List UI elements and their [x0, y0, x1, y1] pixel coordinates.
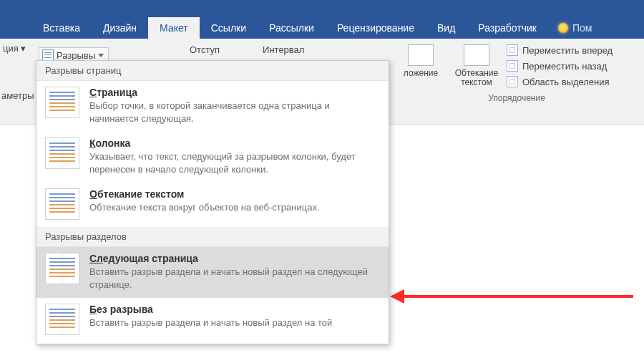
break-page-desc: Выбор точки, в которой заканчивается одн…	[89, 100, 380, 125]
break-column-item[interactable]: Колонка Указывает, что текст, следующий …	[36, 132, 389, 183]
tab-developer[interactable]: Разработчик	[467, 17, 548, 39]
breaks-label: Разрывы	[57, 50, 95, 61]
tab-layout[interactable]: Макет	[148, 17, 200, 39]
tab-mailings[interactable]: Рассылки	[258, 17, 326, 39]
break-continuous-desc: Вставить разрыв раздела и начать новый р…	[89, 316, 380, 329]
tell-me-label: Пом	[572, 22, 592, 34]
tab-design[interactable]: Дизайн	[92, 17, 148, 39]
break-textwrap-title: Обтекание текстом	[89, 188, 380, 200]
arrange-group-caption: Упорядочение	[395, 93, 638, 103]
send-backward-icon	[507, 60, 518, 72]
tab-review[interactable]: Рецензирование	[326, 17, 426, 39]
arrange-group: ложение Обтекание текстом Переместить вп…	[395, 42, 638, 103]
breaks-dropdown: Разрывы страниц Страница Выбор точки, в …	[36, 60, 389, 344]
wrap-text-button[interactable]: Обтекание текстом	[451, 42, 502, 87]
selection-pane-icon	[507, 76, 518, 87]
break-continuous-title: Без разрыва	[89, 304, 380, 315]
annotation-arrow-head	[390, 289, 404, 304]
position-button[interactable]: ложение	[395, 42, 447, 78]
break-next-page-title: Следующая страница	[89, 253, 380, 264]
wrap-text-label: Обтекание текстом	[455, 69, 498, 87]
page-setup-caption: аметры	[1, 90, 34, 101]
break-next-page-item[interactable]: Следующая страница Вставить разрыв разде…	[36, 247, 389, 298]
tab-view[interactable]: Вид	[426, 17, 467, 39]
ribbon-tabs: Вставка Дизайн Макет Ссылки Рассылки Рец…	[0, 17, 644, 39]
send-backward-button[interactable]: Переместить назад	[507, 59, 638, 73]
tab-insert[interactable]: Вставка	[31, 17, 92, 39]
break-column-title: Колонка	[89, 137, 380, 149]
bring-forward-icon	[507, 44, 518, 56]
spacing-group-label: Интервал	[263, 44, 304, 55]
break-textwrap-desc: Обтекание текста вокруг объектов на веб-…	[89, 201, 380, 214]
page-break-icon	[45, 87, 79, 118]
bring-forward-button[interactable]: Переместить вперед	[507, 43, 638, 57]
break-next-page-desc: Вставить разрыв раздела и начать новый р…	[89, 266, 380, 291]
column-break-icon	[45, 137, 79, 169]
selection-pane-label: Область выделения	[522, 77, 610, 87]
selection-pane-button[interactable]: Область выделения	[507, 74, 638, 89]
tab-references[interactable]: Ссылки	[200, 17, 258, 39]
section-breaks-header: Разрывы разделов	[36, 227, 389, 247]
break-page-item[interactable]: Страница Выбор точки, в которой заканчив…	[36, 81, 389, 132]
bring-forward-label: Переместить вперед	[522, 45, 613, 56]
continuous-break-icon	[45, 304, 79, 335]
wrap-text-icon	[464, 44, 489, 66]
position-label: ложение	[404, 69, 438, 78]
lightbulb-icon	[558, 23, 568, 33]
annotation-arrow	[397, 295, 633, 298]
tell-me-search[interactable]: Пом	[548, 17, 592, 39]
break-textwrap-item[interactable]: Обтекание текстом Обтекание текста вокру…	[36, 183, 389, 227]
send-backward-label: Переместить назад	[522, 61, 607, 72]
orientation-chunk[interactable]: ция ▾	[0, 39, 29, 54]
title-bar	[0, 0, 644, 17]
page-breaks-header: Разрывы страниц	[36, 61, 389, 81]
next-page-break-icon	[45, 253, 79, 284]
indent-group-label: Отступ	[190, 44, 220, 55]
textwrap-break-icon	[45, 188, 79, 220]
break-column-desc: Указывает, что текст, следующий за разры…	[89, 150, 380, 175]
break-continuous-item[interactable]: Без разрыва Вставить разрыв раздела и на…	[36, 298, 389, 342]
chevron-down-icon	[98, 54, 104, 57]
break-page-title: Страница	[89, 87, 380, 98]
breaks-icon	[42, 49, 54, 61]
position-icon	[408, 44, 434, 66]
